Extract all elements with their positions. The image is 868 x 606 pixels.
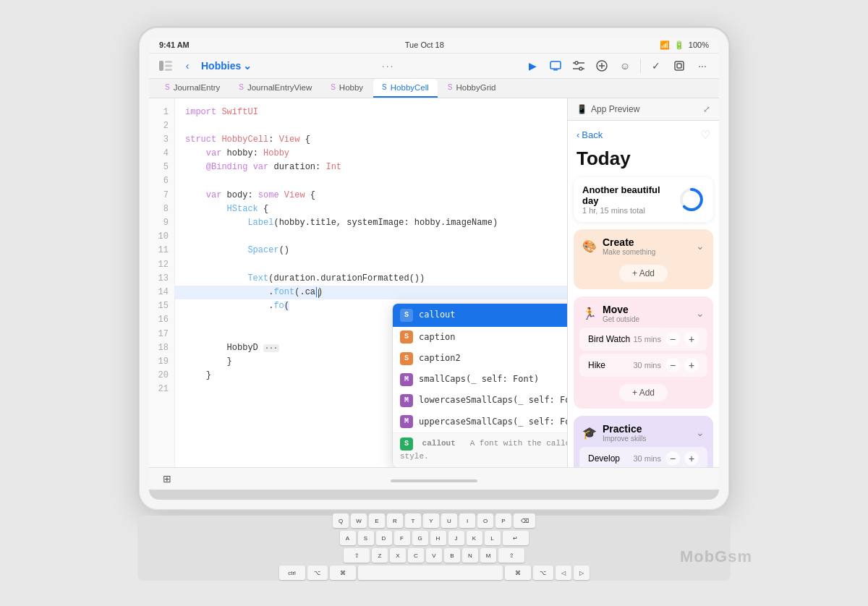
key-option[interactable]: ⌥ [307,566,328,580]
dots-menu[interactable]: ··· [380,58,396,74]
key-shift[interactable]: ⇧ [344,548,370,563]
key-x[interactable]: X [390,548,406,563]
hike-controls: 30 mins − + [633,358,699,372]
key-left[interactable]: ◁ [556,566,571,580]
tab-hobbycell[interactable]: S HobbyCell [373,79,438,98]
key-w[interactable]: W [351,513,367,528]
code-line: Text(duration.durationFormatted()) [185,272,557,286]
key-i[interactable]: I [459,513,475,528]
separator [640,59,641,73]
ac-label: smallCaps(_ self: Font) [419,372,539,386]
key-cmd-left[interactable]: ⌘ [330,566,356,580]
ac-item-caption2[interactable]: S caption2 [393,348,567,369]
key-r[interactable]: R [387,513,403,528]
move-add-button[interactable]: + Add [619,384,668,401]
key-k[interactable]: K [467,531,482,545]
back-button[interactable]: ‹ Back [576,129,603,140]
move-chevron[interactable]: ⌄ [696,307,705,319]
ac-item-lowercasesmallcaps[interactable]: M lowercaseSmallCaps(_ self: Font) [393,390,567,411]
birdwatch-duration: 15 mins [633,335,661,343]
code-line: struct HobbyCell: View { [185,133,557,147]
main-content: 12345 678910 1112131415 1617181920 21 im… [149,98,719,467]
ac-item-caption[interactable]: S caption [393,327,567,348]
key-option-right[interactable]: ⌥ [533,566,553,580]
checkmark-icon[interactable]: ✓ [648,58,664,74]
autocomplete-dropdown[interactable]: S callout ⏎ S caption S [392,303,567,467]
key-z[interactable]: Z [372,548,388,563]
device-preview-icon[interactable] [548,58,563,74]
tab-hobby[interactable]: S Hobby [322,79,372,98]
key-s[interactable]: S [358,531,374,545]
play-button[interactable]: ▶ [524,58,540,74]
key-b[interactable]: B [444,548,460,563]
key-t[interactable]: T [405,513,421,528]
key-e[interactable]: E [369,513,385,528]
key-n[interactable]: N [462,548,478,563]
add-package-icon[interactable] [594,58,610,74]
develop-plus[interactable]: + [684,451,699,466]
key-right[interactable]: ▷ [574,566,590,580]
key-backspace[interactable]: ⌫ [514,513,535,528]
preview-icon: 📱 [576,104,587,114]
code-line: import SwiftUI [185,106,557,119]
scene: 9:41 AM Tue Oct 18 📶 🔋 100% [72,26,796,581]
develop-minus[interactable]: − [665,451,680,466]
practice-subtitle: Improve skills [603,435,647,443]
key-o[interactable]: O [477,513,493,528]
ac-badge: M [400,415,413,428]
key-space[interactable] [358,566,503,580]
layers-icon[interactable] [671,58,687,74]
practice-chevron[interactable]: ⌄ [696,427,705,438]
key-f[interactable]: F [394,531,410,545]
sidebar-toggle-icon[interactable] [158,58,174,74]
create-add-button[interactable]: + Add [619,265,668,282]
dropdown-icon: ⌄ [243,60,252,72]
heart-button[interactable]: ♡ [700,128,710,142]
ac-item-callout[interactable]: S callout ⏎ [393,304,567,327]
tab-journalentryview[interactable]: S JournalEntryView [230,79,320,98]
key-a[interactable]: A [340,531,356,545]
create-chevron[interactable]: ⌄ [696,240,705,252]
editor-toggle-icon[interactable]: ⊞ [159,471,175,487]
tab-journalentry[interactable]: S JournalEntry [156,79,229,98]
key-d[interactable]: D [376,531,392,545]
key-y[interactable]: Y [423,513,439,528]
preview-expand-icon[interactable]: ⤢ [703,104,710,114]
ac-item-smallcaps[interactable]: M smallCaps(_ self: Font) [393,369,567,390]
key-h[interactable]: H [430,531,446,545]
key-j[interactable]: J [448,531,464,545]
bottom-bar: ⊞ [149,467,719,490]
key-m[interactable]: M [480,548,496,563]
key-return[interactable]: ↵ [503,531,529,545]
face-icon[interactable]: ☺ [617,58,633,74]
key-g[interactable]: G [412,531,428,545]
key-p[interactable]: P [495,513,511,528]
hike-plus[interactable]: + [684,358,699,372]
ac-item-uppercasesmallcaps[interactable]: M uppercaseSmallCaps(_ self: Font) [393,411,567,432]
controls-icon[interactable] [571,58,587,74]
preview-content: ‹ Back ♡ Today An [568,121,719,467]
key-c[interactable]: C [408,548,424,563]
key-l[interactable]: L [485,531,501,545]
tab-hobbygrid[interactable]: S HobbyGrid [439,79,505,98]
battery-icon: 🔋 [674,40,684,50]
key-u[interactable]: U [441,513,457,528]
key-ctrl[interactable]: ctrl [279,566,305,580]
keyboard-row-2: A S D F G H J K L ↵ [340,531,529,545]
key-cmd-right[interactable]: ⌘ [505,566,531,580]
back-icon[interactable]: ‹ [179,58,195,74]
svg-rect-2 [165,64,172,67]
birdwatch-plus[interactable]: + [684,332,699,346]
more-icon[interactable]: ··· [694,58,710,74]
code-editor[interactable]: 12345 678910 1112131415 1617181920 21 im… [149,98,567,467]
birdwatch-minus[interactable]: − [665,332,680,346]
birdwatch-controls: 15 mins − + [633,332,699,346]
key-v[interactable]: V [426,548,442,563]
hike-duration: 30 mins [633,361,661,370]
svg-rect-4 [550,61,561,69]
hike-minus[interactable]: − [665,358,680,372]
key-q[interactable]: Q [333,513,349,528]
project-title[interactable]: Hobbies ⌄ [201,60,252,72]
keyboard-row-1: Q W E R T Y U I O P ⌫ [333,513,535,528]
key-shift-right[interactable]: ⇧ [498,548,524,563]
